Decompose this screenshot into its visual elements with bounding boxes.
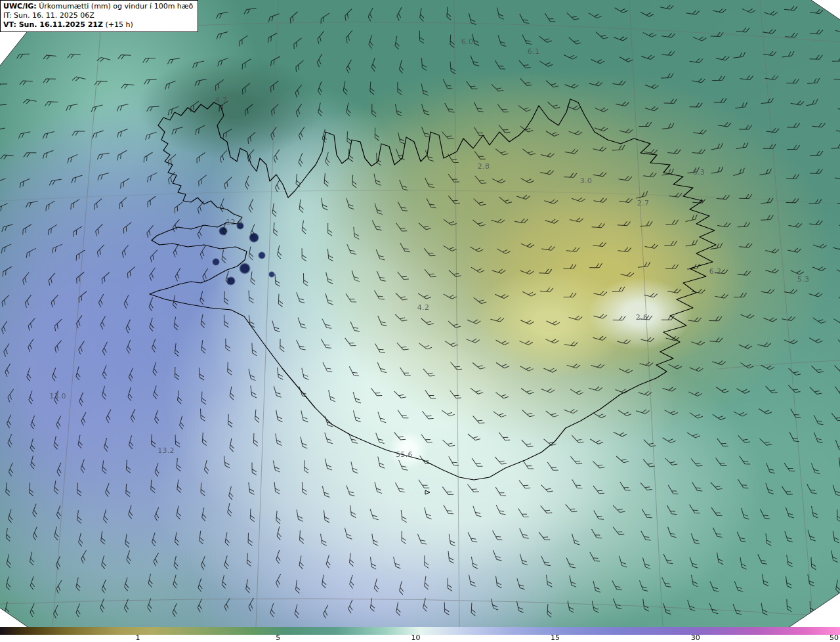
- wind-barb: [442, 484, 453, 497]
- wind-barb: [269, 127, 280, 140]
- wind-barb: [79, 550, 90, 563]
- wind-barb: [200, 314, 207, 328]
- wind-barb: [325, 458, 332, 471]
- wind-barb: [326, 292, 333, 306]
- wind-barb: [127, 368, 136, 381]
- wind-barb: [398, 581, 406, 594]
- wind-barb-field: [0, 3, 840, 618]
- wind-barb: [564, 173, 577, 178]
- wind-barb: [644, 148, 658, 154]
- wind-barb: [174, 268, 184, 281]
- wind-barb: [7, 434, 16, 447]
- wind-barb: [396, 221, 408, 234]
- wind-barb: [102, 460, 108, 473]
- wind-barb: [118, 54, 131, 59]
- wind-barb: [54, 556, 64, 569]
- wind-barb: [662, 123, 675, 129]
- wind-barb: [396, 602, 402, 615]
- wind-barb: [30, 576, 37, 590]
- wind-barb: [102, 509, 110, 523]
- wind-barb: [197, 578, 205, 592]
- wind-barb: [276, 410, 283, 423]
- wind-barb: [784, 288, 797, 294]
- wind-barb: [741, 310, 755, 319]
- wind-barb: [547, 604, 553, 617]
- wind-barb: [786, 506, 794, 520]
- wind-barb: [471, 556, 478, 569]
- wind-barb: [664, 241, 677, 246]
- wind-barb: [252, 462, 257, 475]
- wind-barb: [395, 311, 408, 323]
- wind-barb: [125, 320, 134, 333]
- wind-barb: [763, 50, 776, 56]
- wind-barb: [495, 454, 507, 466]
- wind-barb: [348, 575, 356, 589]
- wind-barb: [546, 77, 558, 89]
- wind-barb: [717, 221, 730, 227]
- wind-barb: [229, 387, 236, 400]
- wind-barb: [224, 556, 232, 570]
- wind-barb: [29, 482, 34, 496]
- wind-barb: [593, 171, 606, 177]
- wind-barb: [444, 602, 449, 615]
- wind-barb: [713, 411, 726, 421]
- wind-barb: [641, 529, 651, 542]
- wind-barb: [127, 387, 135, 401]
- info-box: UWC/IG: Úrkomumætti (mm) og vindur í 100…: [0, 0, 198, 32]
- wind-barb: [217, 58, 230, 66]
- wind-barb: [302, 248, 306, 261]
- wind-barb: [833, 244, 840, 251]
- wind-barb: [814, 431, 823, 444]
- wind-barb: [177, 480, 182, 493]
- wind-barb: [103, 438, 111, 452]
- wind-barb: [371, 58, 379, 72]
- wind-barb: [402, 531, 406, 544]
- wind-barb: [194, 153, 207, 163]
- wind-barb: [570, 385, 583, 396]
- wind-barb: [589, 263, 602, 268]
- wind-barb: [96, 173, 110, 180]
- wind-barb: [449, 454, 459, 467]
- wind-barb: [734, 102, 747, 108]
- wind-barb: [466, 335, 480, 344]
- wind-barb: [593, 458, 604, 470]
- wind-barb: [245, 580, 252, 593]
- wind-barb: [645, 242, 658, 249]
- wind-barb: [378, 410, 386, 424]
- wind-barb: [786, 576, 791, 589]
- wind-barb: [595, 124, 608, 133]
- wind-barb: [761, 603, 767, 616]
- wind-barb: [354, 410, 361, 423]
- wind-barb: [77, 483, 82, 496]
- wind-barb: [371, 557, 377, 570]
- wind-barb: [499, 194, 512, 205]
- wind-barb: [569, 313, 583, 321]
- wind-barb: [711, 505, 723, 518]
- wind-barb: [173, 556, 180, 569]
- weather-map-canvas: 6.06.14.72.83.02.76.36.25.34.22.612.413.…: [0, 0, 840, 642]
- wind-barb: [736, 27, 749, 32]
- wind-barb: [51, 244, 64, 253]
- wind-barb: [641, 53, 655, 60]
- wind-barb: [200, 291, 207, 305]
- wind-barb: [691, 338, 705, 347]
- wind-barb: [1, 225, 14, 232]
- wind-barb: [419, 220, 431, 232]
- wind-barb: [173, 575, 180, 589]
- wind-barb: [199, 246, 209, 259]
- wind-barb: [274, 481, 280, 494]
- wind-barb: [45, 102, 58, 106]
- wind-barb: [371, 385, 382, 398]
- wind-barb: [640, 579, 648, 593]
- wind-barb: [0, 104, 7, 110]
- wind-barb: [643, 171, 656, 177]
- wind-barb: [711, 479, 723, 492]
- wind-barb: [148, 250, 160, 263]
- wind-barb: [377, 152, 381, 165]
- wind-barb: [297, 338, 306, 351]
- wind-barb: [497, 7, 504, 20]
- wind-barb: [472, 33, 479, 46]
- wind-barb: [472, 456, 482, 469]
- wind-barb: [640, 480, 652, 492]
- wind-barb: [809, 219, 822, 225]
